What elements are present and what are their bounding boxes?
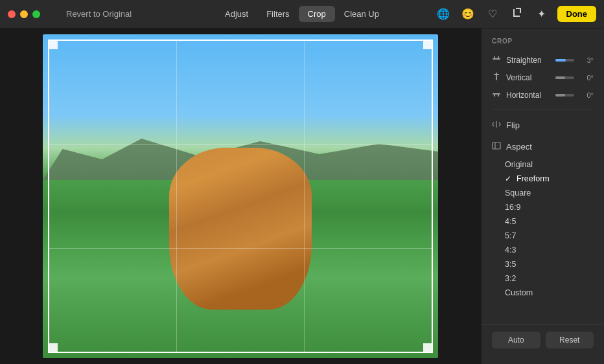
- close-button[interactable]: [8, 10, 16, 18]
- horizontal-slider-fill: [555, 94, 565, 97]
- checkmark-icon: ✓: [505, 174, 511, 183]
- maximize-button[interactable]: [32, 10, 40, 18]
- horizontal-slider[interactable]: [555, 94, 574, 97]
- aspect-square-label: Square: [505, 188, 531, 198]
- aspect-item-3-5[interactable]: 3:5: [482, 257, 604, 271]
- aspect-3-2-label: 3:2: [505, 274, 516, 283]
- aspect-item-4-3[interactable]: 4:3: [482, 243, 604, 257]
- divider-1: [492, 109, 594, 109]
- sidebar-section-title: CROP: [482, 38, 604, 51]
- aspect-item-freeform[interactable]: ✓ Freeform: [482, 172, 604, 186]
- emoji-icon-button[interactable]: 😊: [459, 5, 477, 23]
- svg-rect-2: [498, 56, 499, 58]
- aspect-item-custom[interactable]: Custom: [482, 286, 604, 300]
- svg-rect-4: [494, 74, 496, 75]
- aspect-item-5-7[interactable]: 5:7: [482, 229, 604, 243]
- magic-wand-icon-button[interactable]: ✦: [533, 5, 551, 23]
- flip-icon: [492, 120, 501, 131]
- vertical-icon: [492, 72, 501, 83]
- window-controls: [8, 10, 40, 18]
- magic-wand-icon: ✦: [537, 8, 546, 20]
- aspect-4-3-label: 4:3: [505, 245, 516, 255]
- straighten-slider-fill: [555, 59, 566, 62]
- aspect-item-16-9[interactable]: 16:9: [482, 200, 604, 214]
- titlebar: Revert to Original Adjust Filters Crop C…: [0, 0, 604, 28]
- svg-rect-3: [496, 73, 497, 80]
- aspect-5-7-label: 5:7: [505, 231, 516, 240]
- flip-label: Flip: [506, 120, 520, 130]
- aspect-label: Aspect: [506, 142, 532, 152]
- horizontal-label: Horizontal: [506, 91, 550, 100]
- aspect-header[interactable]: Aspect: [482, 136, 604, 157]
- heart-icon: ♡: [488, 8, 497, 20]
- tab-crop[interactable]: Crop: [299, 6, 335, 22]
- horizontal-value: 0°: [579, 91, 594, 99]
- toolbar-right: 🌐 😊 ♡ ✦ Done: [434, 5, 597, 23]
- aspect-item-original[interactable]: Original: [482, 157, 604, 172]
- vertical-slider-fill: [555, 76, 565, 79]
- sidebar: CROP Straighten 3°: [481, 28, 604, 364]
- horizontal-row: Horizontal 0°: [482, 86, 604, 104]
- straighten-value: 3°: [579, 56, 594, 64]
- vertical-label: Vertical: [506, 73, 550, 82]
- svg-rect-1: [494, 56, 495, 58]
- aspect-freeform-label: Freeform: [517, 174, 550, 183]
- flip-row[interactable]: Flip: [482, 115, 604, 136]
- svg-rect-5: [497, 74, 499, 75]
- aspect-4-5-label: 4:5: [505, 217, 516, 226]
- straighten-row: Straighten 3°: [482, 51, 604, 69]
- sidebar-bottom-actions: Auto Reset: [482, 324, 604, 355]
- tab-filters[interactable]: Filters: [257, 6, 298, 22]
- photo-container: [43, 34, 438, 358]
- vertical-slider[interactable]: [555, 76, 574, 79]
- heart-icon-button[interactable]: ♡: [483, 5, 502, 23]
- done-button[interactable]: Done: [557, 6, 597, 22]
- aspect-custom-label: Custom: [505, 288, 533, 297]
- aspect-16-9-label: 16:9: [505, 203, 520, 212]
- reset-button[interactable]: Reset: [546, 332, 594, 348]
- aspect-item-3-2[interactable]: 3:2: [482, 271, 604, 286]
- svg-rect-7: [494, 95, 495, 97]
- globe-icon: 🌐: [437, 8, 450, 20]
- emoji-icon: 😊: [461, 8, 474, 20]
- photo-image: [43, 34, 438, 358]
- nav-tabs: Adjust Filters Crop Clean Up: [216, 6, 388, 22]
- aspect-icon: [492, 141, 501, 152]
- svg-rect-0: [493, 58, 500, 60]
- aspect-item-4-5[interactable]: 4:5: [482, 214, 604, 229]
- minimize-button[interactable]: [20, 10, 28, 18]
- tab-adjust[interactable]: Adjust: [216, 6, 257, 22]
- auto-button[interactable]: Auto: [492, 332, 540, 348]
- photo-background: [43, 34, 438, 358]
- aspect-item-square[interactable]: Square: [482, 186, 604, 200]
- straighten-label: Straighten: [506, 56, 550, 65]
- svg-rect-8: [498, 95, 499, 97]
- svg-rect-6: [493, 93, 500, 95]
- crop-icon-button[interactable]: [508, 5, 526, 23]
- straighten-icon: [492, 54, 501, 65]
- globe-icon-button[interactable]: 🌐: [434, 5, 452, 23]
- aspect-original-label: Original: [505, 160, 533, 169]
- aspect-3-5-label: 3:5: [505, 260, 516, 269]
- svg-rect-9: [493, 142, 500, 149]
- tab-cleanup[interactable]: Clean Up: [335, 6, 388, 22]
- crop-icon: [512, 8, 522, 21]
- revert-to-original-button[interactable]: Revert to Original: [66, 9, 132, 19]
- vertical-value: 0°: [579, 74, 594, 82]
- horizontal-icon: [492, 89, 501, 100]
- vertical-row: Vertical 0°: [482, 69, 604, 86]
- main-content: CROP Straighten 3°: [0, 28, 604, 364]
- straighten-slider[interactable]: [555, 59, 574, 62]
- photo-area: [0, 28, 481, 364]
